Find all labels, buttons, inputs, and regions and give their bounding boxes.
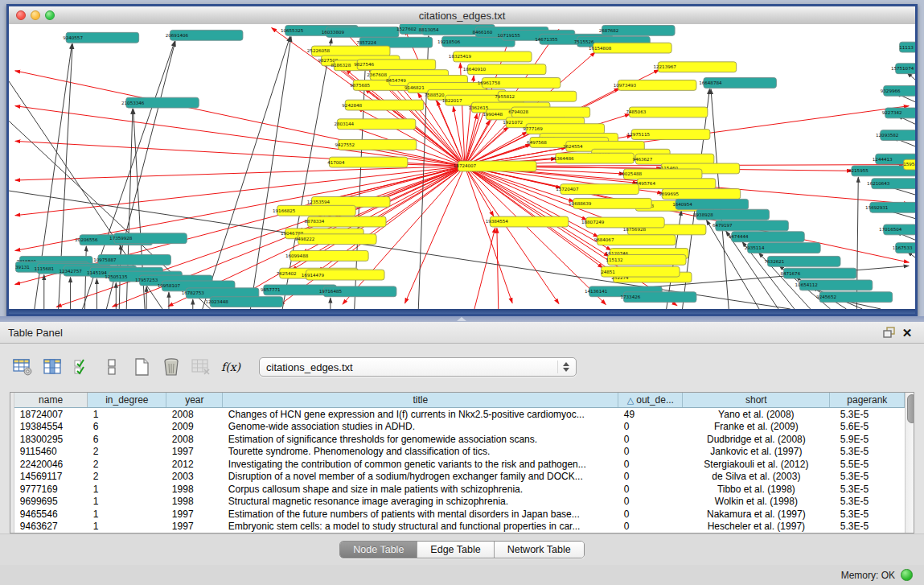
network-node[interactable]: 1167533	[893, 243, 915, 253]
memory-ok-icon[interactable]	[901, 569, 913, 581]
network-table-select[interactable]: citations_edges.txt	[259, 357, 577, 377]
network-window-titlebar[interactable]: citations_edges.txt	[9, 6, 915, 25]
table-cell[interactable]: 18300295	[14, 433, 88, 445]
table-cell[interactable]: 5.6E-5	[830, 421, 905, 433]
table-cell[interactable]: 1997	[166, 508, 223, 520]
network-node[interactable]: 15751074	[891, 64, 915, 74]
table-row[interactable]: 911546021997Tourette syndrome. Phenomeno…	[14, 445, 905, 457]
table-cell[interactable]: 9777169	[14, 483, 88, 495]
table-cell[interactable]: 6	[88, 421, 166, 433]
table-options-icon[interactable]	[11, 356, 34, 378]
table-cell[interactable]: 0	[618, 433, 683, 445]
network-node[interactable]: 1640954	[672, 199, 748, 209]
table-cell[interactable]: 1997	[166, 445, 223, 457]
table-cell[interactable]: Estimation of significance thresholds fo…	[223, 433, 618, 445]
tab-network-table[interactable]: Network Table	[494, 542, 584, 558]
table-row[interactable]: 1830029562008Estimation of significance …	[14, 433, 905, 445]
table-row[interactable]: 1872400712008Changes of HCN gene express…	[14, 408, 905, 421]
table-cell[interactable]: 5.3E-5	[830, 520, 905, 533]
table-cell[interactable]: de Silva et al. (2003)	[683, 470, 830, 482]
network-node[interactable]: 11113	[899, 42, 915, 52]
show-column-icon[interactable]	[41, 356, 64, 378]
network-node[interactable]: 17359928	[109, 233, 187, 244]
network-node[interactable]: 8938928	[693, 209, 769, 220]
table-cell[interactable]: 5.3E-5	[830, 470, 905, 482]
network-node[interactable]: 19716485	[319, 286, 396, 297]
network-node[interactable]: 9329966	[881, 85, 915, 96]
network-node[interactable]: 2803144	[334, 119, 415, 130]
table-cell[interactable]: Jankovic et al. (1997)	[683, 445, 830, 457]
table-cell[interactable]: 2012	[166, 458, 223, 470]
select-rows-icon[interactable]	[71, 356, 93, 378]
table-cell[interactable]: Stergiakouli et al. (2012)	[683, 458, 830, 470]
network-node[interactable]: 18325419	[449, 51, 532, 62]
network-node[interactable]: 7485063	[626, 107, 707, 117]
network-node[interactable]: 18640910	[463, 64, 546, 75]
table-cell[interactable]: 49	[618, 408, 683, 421]
network-node[interactable]: 6794028	[508, 107, 589, 117]
network-node[interactable]: 7955812	[495, 91, 576, 101]
table-cell[interactable]: 5.9E-5	[830, 433, 905, 445]
table-cell[interactable]: 0	[618, 483, 683, 495]
table-cell[interactable]: 1	[88, 520, 166, 533]
network-node[interactable]: 15958	[903, 159, 915, 170]
network-node[interactable]: 15692931	[865, 202, 915, 212]
network-node[interactable]: 19384554	[486, 216, 569, 227]
table-cell[interactable]: 9465546	[14, 508, 88, 520]
panel-splitter[interactable]	[0, 316, 924, 322]
network-node[interactable]: 12975115	[627, 130, 710, 140]
table-cell[interactable]: Genome-wide association studies in ADHD.	[223, 421, 618, 433]
network-node[interactable]: 10654112	[795, 280, 873, 290]
network-node[interactable]: 9227342	[882, 108, 915, 118]
table-cell[interactable]: 0	[618, 470, 683, 482]
network-node[interactable]: 9498222	[295, 234, 376, 245]
network-node[interactable]: 9245652	[816, 292, 892, 303]
column-header-pagerank[interactable]: pagerank	[830, 393, 905, 408]
table-cell[interactable]: 1	[88, 483, 166, 495]
network-node[interactable]: 6479197	[713, 220, 788, 231]
table-cell[interactable]: 0	[618, 445, 683, 457]
table-cell[interactable]: 2008	[166, 408, 223, 421]
table-cell[interactable]: Disruption of a novel member of a sodium…	[223, 470, 618, 482]
network-node[interactable]: 15720407	[556, 184, 639, 195]
table-cell[interactable]: 2	[88, 458, 166, 470]
table-cell[interactable]: Dudbridge et al. (2008)	[683, 433, 830, 445]
column-header-year[interactable]: year	[166, 393, 223, 408]
network-node[interactable]: 16154808	[589, 43, 671, 53]
minimize-window-button[interactable]	[31, 10, 40, 20]
table-cell[interactable]: 22420046	[14, 458, 88, 470]
table-cell[interactable]: 14569117	[14, 470, 88, 482]
table-cell[interactable]: Corpus callosum shape and size in male p…	[223, 483, 618, 495]
column-header-title[interactable]: title	[223, 393, 618, 408]
table-cell[interactable]: 0	[618, 458, 683, 470]
network-node[interactable]: 1733426	[621, 292, 696, 303]
table-cell[interactable]: 1998	[166, 483, 223, 495]
table-cell[interactable]: 1998	[166, 495, 223, 507]
close-window-button[interactable]	[16, 10, 26, 20]
network-node[interactable]: 18724007	[454, 161, 536, 171]
table-cell[interactable]: 5.5E-5	[830, 458, 905, 470]
network-node[interactable]: 16914479	[302, 270, 384, 280]
network-node[interactable]: 21053346	[121, 97, 199, 108]
table-cell[interactable]: 1	[88, 495, 166, 507]
table-cell[interactable]: 2	[88, 470, 166, 482]
table-cell[interactable]: 19384554	[14, 421, 88, 433]
network-node[interactable]: 10025488	[619, 169, 702, 179]
table-cell[interactable]: 2	[88, 445, 166, 457]
table-cell[interactable]: 9463627	[14, 520, 88, 533]
table-row[interactable]: 2242004622012Investigating the contribut…	[14, 458, 905, 470]
network-node[interactable]: 9827546	[354, 60, 435, 70]
column-header-name[interactable]: name	[14, 393, 88, 408]
table-cell[interactable]: 2008	[166, 433, 223, 445]
network-node[interactable]: 18807249	[581, 217, 664, 228]
table-cell[interactable]: Structural magnetic resonance image aver…	[223, 495, 618, 507]
network-node[interactable]: 16099488	[285, 251, 368, 262]
zoom-window-button[interactable]	[45, 10, 55, 20]
network-node[interactable]: 18495764	[633, 179, 716, 189]
network-node[interactable]: 7632621	[765, 256, 840, 266]
network-node[interactable]: 2687682	[599, 25, 675, 35]
table-cell[interactable]: Hescheler et al. (1997)	[683, 520, 830, 533]
table-cell[interactable]: 1997	[166, 520, 223, 533]
network-node[interactable]: 16033809	[322, 27, 399, 37]
table-cell[interactable]: 0	[618, 508, 683, 520]
